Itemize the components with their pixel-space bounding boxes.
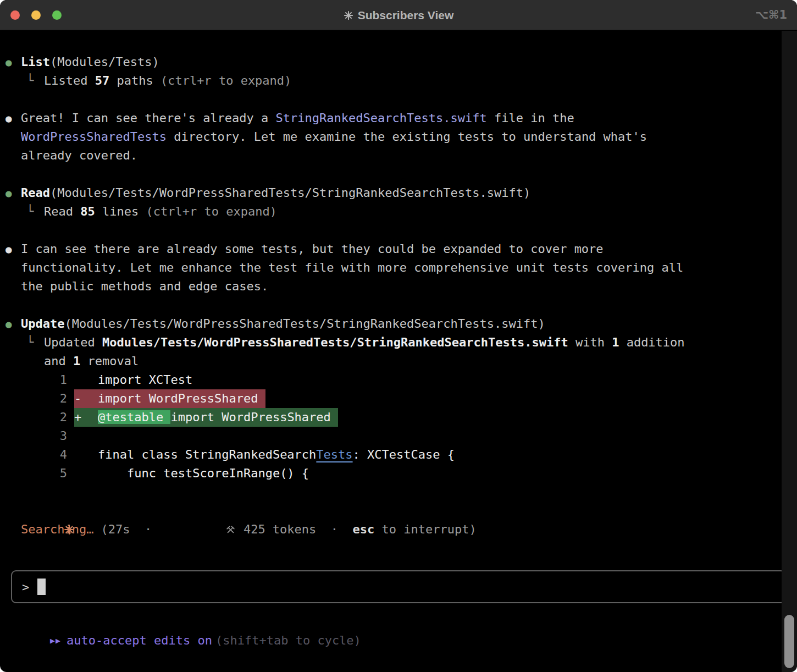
traffic-lights xyxy=(0,10,62,20)
code-text: final class StringRankedSearch xyxy=(98,448,316,461)
window-title-text: Subscribers View xyxy=(358,9,454,21)
scrollbar-track[interactable] xyxy=(782,31,797,672)
tool-args: (Modules/Tests/WordPressSharedTests/Stri… xyxy=(64,317,545,331)
status-tokens: 425 tokens · xyxy=(236,520,353,539)
result-text: Read xyxy=(44,205,80,218)
message-bullet-icon: ● xyxy=(5,109,21,165)
line-number: 1 xyxy=(21,371,67,389)
spinner-asterisk-icon xyxy=(5,502,21,558)
code-text: import WordPressShared xyxy=(98,392,258,405)
status-label: Searching… xyxy=(21,520,93,539)
window-title: Subscribers View xyxy=(0,0,797,30)
result-text: Listed xyxy=(44,74,95,87)
tool-name: List xyxy=(21,55,50,69)
tool-result: └ Read 85 lines (ctrl+r to expand) xyxy=(21,202,775,221)
tool-result: └ Listed 57 paths (ctrl+r to expand) xyxy=(21,71,775,90)
tool-call-update: ● Update(Modules/Tests/WordPressSharedTe… xyxy=(5,315,775,483)
message-line: already covered. xyxy=(21,146,775,165)
diff-sign-plus: + xyxy=(74,408,98,427)
line-number: 4 xyxy=(21,445,67,464)
result-text-post: paths xyxy=(109,74,160,87)
assistant-message: ● Great! I can see there's already a Str… xyxy=(5,109,775,165)
diff-sign-minus: - xyxy=(74,389,98,408)
code-text: : XCTestCase { xyxy=(353,448,455,461)
terminal-window: Subscribers View ⌥⌘1 ● List(Modules/Test… xyxy=(0,0,797,672)
message-text: Great! I can see there's already a xyxy=(21,111,276,125)
result-connector-icon: └ xyxy=(21,202,44,221)
result-text-post: lines xyxy=(95,205,146,218)
message-line: Great! I can see there's already a Strin… xyxy=(21,109,775,128)
result-count: 57 xyxy=(95,74,110,87)
diff-line-removed: 2 -import WordPressShared xyxy=(21,389,775,408)
line-number: 2 xyxy=(21,389,67,408)
message-line: the public methods and edge cases. xyxy=(21,277,775,296)
title-bar: Subscribers View ⌥⌘1 xyxy=(0,0,797,30)
message-line: WordPressSharedTests directory. Let me e… xyxy=(21,128,775,146)
hammer-pick-icon xyxy=(168,502,235,558)
window-shortcut-badge: ⌥⌘1 xyxy=(755,8,797,21)
message-line: I can see there are already some tests, … xyxy=(21,240,775,258)
expand-hint: (ctrl+r to expand) xyxy=(160,74,291,87)
tool-bullet-icon: ● xyxy=(5,53,21,90)
message-text: file in the xyxy=(487,111,574,125)
tool-header: Read(Modules/Tests/WordPressSharedTests/… xyxy=(21,184,775,202)
code-symbol-link: Tests xyxy=(316,448,352,461)
prompt-input[interactable]: > xyxy=(11,570,786,603)
prompt-symbol: > xyxy=(22,580,29,594)
summary-text: and xyxy=(44,354,73,368)
tool-name: Read xyxy=(21,186,50,200)
diff-sign xyxy=(74,445,98,464)
line-number: 2 xyxy=(21,408,67,427)
code-text: import WordPressShared xyxy=(170,410,330,424)
cycle-hint: (shift+tab to cycle) xyxy=(215,634,361,647)
result-count: 85 xyxy=(80,205,95,218)
message-bullet-icon: ● xyxy=(5,240,21,296)
diff-line-context: 4 final class StringRankedSearchTests: X… xyxy=(21,445,775,464)
close-button[interactable] xyxy=(10,10,20,20)
scrollbar-thumb[interactable] xyxy=(784,615,794,668)
tool-name: Update xyxy=(21,317,64,331)
zoom-button[interactable] xyxy=(52,10,62,20)
tool-bullet-icon: ● xyxy=(5,184,21,221)
diff-sign xyxy=(74,371,98,389)
code-text: func testScoreInRange() { xyxy=(98,466,309,480)
expand-hint: (ctrl+r to expand) xyxy=(146,205,276,218)
removals-count: 1 xyxy=(73,354,80,368)
summary-text: Updated xyxy=(44,335,102,349)
summary-text: addition xyxy=(619,335,684,349)
transcript: ● List(Modules/Tests) └ Listed 57 paths … xyxy=(0,30,797,558)
minimize-button[interactable] xyxy=(31,10,41,20)
mode-footer: ▶▶auto-accept edits on(shift+tab to cycl… xyxy=(21,613,797,669)
diff-line-added: 2 +@testable import WordPressShared xyxy=(21,408,775,427)
updated-file-path: Modules/Tests/WordPressSharedTests/Strin… xyxy=(102,335,568,349)
code-text: import XCTest xyxy=(98,373,192,387)
diff-line-context: 3 xyxy=(21,427,775,445)
status-interrupt-text: to interrupt) xyxy=(374,520,476,539)
summary-text: removal xyxy=(80,354,139,368)
diff-view: 1 import XCTest 2 -import WordPressShare… xyxy=(21,371,775,483)
line-number: 3 xyxy=(21,427,67,445)
diff-sign xyxy=(74,427,98,445)
message-text: directory. Let me examine the existing t… xyxy=(167,130,647,144)
diff-sign xyxy=(74,464,98,483)
status-line: Searching… (27s · 425 tokens · esc to in… xyxy=(5,502,775,558)
text-cursor xyxy=(37,579,46,595)
code-highlight: @testable xyxy=(98,410,170,424)
auto-accept-mode-label: auto-accept edits on xyxy=(67,634,212,647)
diff-line-context: 5 func testScoreInRange() { xyxy=(21,464,775,483)
tool-header: List(Modules/Tests) xyxy=(21,53,775,71)
result-connector-icon: └ xyxy=(21,333,44,371)
file-name: StringRankedSearchTests.swift xyxy=(276,111,487,125)
result-connector-icon: └ xyxy=(21,71,44,90)
double-arrow-icon: ▶▶ xyxy=(50,636,61,646)
tool-args: (Modules/Tests/WordPressSharedTests/Stri… xyxy=(50,186,530,200)
tool-bullet-icon: ● xyxy=(5,315,21,483)
tool-result: └ Updated Modules/Tests/WordPressSharedT… xyxy=(21,333,775,371)
directory-name: WordPressSharedTests xyxy=(21,130,167,144)
message-line: functionality. Let me enhance the test f… xyxy=(21,258,775,277)
asterisk-icon xyxy=(344,10,353,20)
tool-header: Update(Modules/Tests/WordPressSharedTest… xyxy=(21,315,775,333)
tool-call-list: ● List(Modules/Tests) └ Listed 57 paths … xyxy=(5,53,775,90)
line-number: 5 xyxy=(21,464,67,483)
additions-count: 1 xyxy=(612,335,619,349)
